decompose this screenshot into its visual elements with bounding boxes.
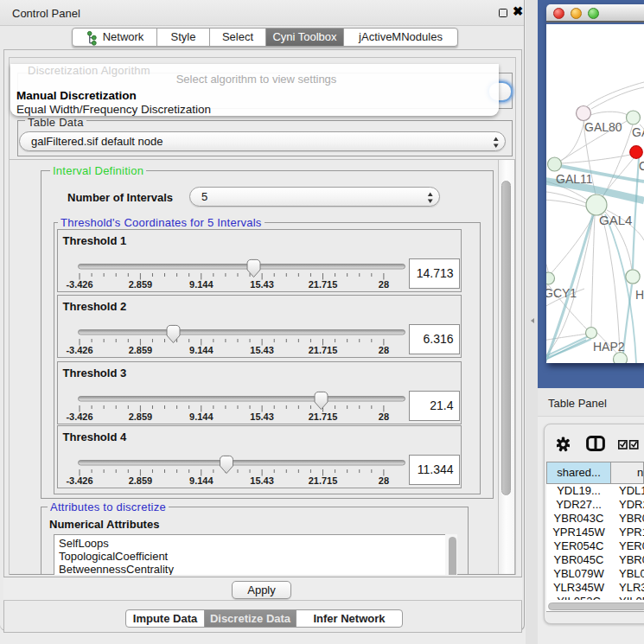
svg-text:2.859: 2.859 [128,279,152,290]
svg-text:GAL80: GAL80 [584,120,622,134]
svg-text:GAL: GAL [632,125,644,139]
svg-text:15.43: 15.43 [250,345,274,355]
svg-text:GCY1: GCY1 [546,286,577,300]
svg-text:21.715: 21.715 [308,411,337,422]
svg-text:28: 28 [378,345,388,355]
svg-text:-3.426: -3.426 [66,475,92,486]
svg-text:GAL11: GAL11 [556,172,593,186]
svg-text:15.43: 15.43 [250,279,274,290]
svg-text:CY: CY [639,159,644,173]
svg-text:2.859: 2.859 [128,345,152,355]
svg-text:HI: HI [635,288,644,302]
svg-text:21.715: 21.715 [308,345,337,355]
svg-text:9.144: 9.144 [189,411,214,422]
svg-text:2.859: 2.859 [128,411,152,422]
svg-text:28: 28 [378,411,388,422]
svg-text:-3.426: -3.426 [66,279,92,290]
svg-text:21.715: 21.715 [308,279,337,290]
svg-text:21.715: 21.715 [308,475,337,486]
svg-text:28: 28 [378,279,388,290]
svg-text:28: 28 [378,475,388,486]
svg-text:15.43: 15.43 [250,411,274,422]
svg-text:9.144: 9.144 [189,279,214,290]
svg-text:GAL4: GAL4 [599,213,632,227]
svg-text:9.144: 9.144 [189,475,214,486]
svg-text:15.43: 15.43 [250,475,274,486]
svg-text:HAP2: HAP2 [593,340,625,354]
svg-text:9.144: 9.144 [189,345,214,355]
svg-text:-3.426: -3.426 [66,345,92,355]
svg-text:-3.426: -3.426 [66,411,92,422]
svg-text:2.859: 2.859 [128,475,152,486]
